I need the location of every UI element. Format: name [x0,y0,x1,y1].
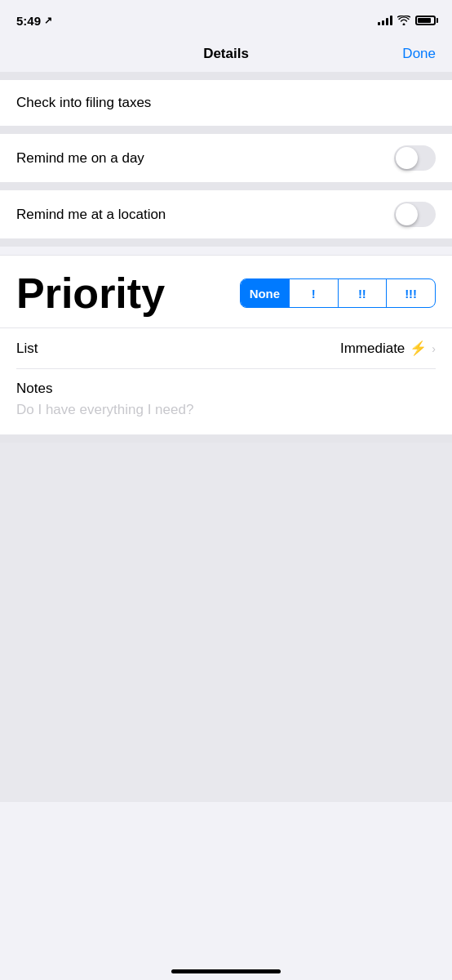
priority-high-option[interactable]: !!! [387,279,435,307]
home-indicator [171,969,281,973]
done-button[interactable]: Done [402,46,436,62]
task-title-row: Check into filing taxes [16,80,436,126]
section-gap-3 [0,182,452,190]
list-value: Immediate [340,341,405,357]
notes-section: Notes Do I have everything I need? [0,369,452,434]
remind-day-section: Remind me on a day [0,134,452,182]
remind-location-row: Remind me at a location [16,190,436,238]
toggle-thumb-2 [396,203,418,225]
section-gap-1 [0,72,452,80]
signal-icon [378,16,392,25]
status-bar: 5:49 ↗ [0,0,452,36]
status-icons [378,16,436,25]
section-gap-2 [0,126,452,134]
remind-day-toggle[interactable] [394,145,436,171]
list-row[interactable]: List Immediate ⚡ › [16,328,436,369]
priority-row: Priority None ! !! !!! [16,272,436,314]
battery-icon [415,16,436,25]
priority-label: Priority [16,272,165,314]
notes-placeholder[interactable]: Do I have everything I need? [16,402,436,418]
nav-bar: Details Done [0,36,452,72]
list-right: Immediate ⚡ › [340,340,436,357]
wifi-icon [397,16,410,25]
status-time: 5:49 ↗ [16,14,52,28]
priority-medium-option[interactable]: !! [339,279,388,307]
priority-low-option[interactable]: ! [290,279,339,307]
list-section: List Immediate ⚡ › [0,327,452,369]
location-arrow-icon: ↗ [44,15,52,26]
remind-location-toggle[interactable] [394,202,436,227]
task-title: Check into filing taxes [16,95,151,110]
toggle-thumb [396,147,418,169]
task-title-section: Check into filing taxes [0,80,452,126]
priority-section: Priority None ! !! !!! [0,255,452,327]
list-emoji: ⚡ [410,340,427,357]
priority-segmented-control[interactable]: None ! !! !!! [240,278,436,308]
remind-day-row: Remind me on a day [16,134,436,182]
priority-none-option[interactable]: None [241,279,290,307]
chevron-right-icon: › [432,342,436,355]
remind-location-label: Remind me at a location [16,207,166,223]
page-title: Details [203,46,249,62]
empty-area [0,443,452,802]
list-label: List [16,341,38,357]
time-text: 5:49 [16,14,41,28]
remind-location-section: Remind me at a location [0,190,452,238]
section-gap-4 [0,238,452,247]
notes-label: Notes [16,381,436,397]
section-gap-bottom [0,434,452,443]
remind-day-label: Remind me on a day [16,150,144,167]
